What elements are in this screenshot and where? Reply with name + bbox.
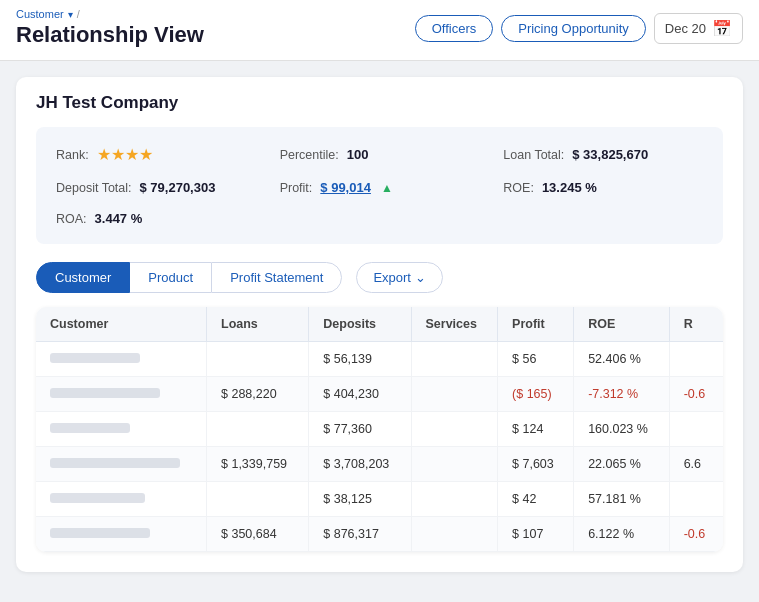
roa-row: ROA: 3.447 % (56, 207, 256, 230)
cell-services (411, 342, 498, 377)
cell-r (669, 342, 723, 377)
roa-label: ROA: (56, 212, 87, 226)
data-table-wrap: Customer Loans Deposits Services Profit … (36, 307, 723, 552)
cell-roe: 22.065 % (574, 447, 670, 482)
cell-profit: $ 107 (498, 517, 574, 552)
top-bar: Customer ▾ / Relationship View Officers … (0, 0, 759, 61)
cell-roe: 57.181 % (574, 482, 670, 517)
tabs-row: Customer Product Profit Statement Export… (36, 262, 723, 293)
col-deposits: Deposits (309, 307, 411, 342)
cell-roe: 160.023 % (574, 412, 670, 447)
company-card: JH Test Company Rank: ★★★★ Percentile: 1… (16, 77, 743, 572)
cell-r cell-negative: -0.6 (669, 377, 723, 412)
deposit-total-value: $ 79,270,303 (140, 180, 216, 195)
cell-profit: $ 7,603 (498, 447, 574, 482)
cell-loans (207, 412, 309, 447)
cell-services (411, 412, 498, 447)
cell-customer (36, 447, 207, 482)
table-row[interactable]: $ 77,360 $ 124 160.023 % (36, 412, 723, 447)
col-customer: Customer (36, 307, 207, 342)
cell-loans (207, 342, 309, 377)
customer-table: Customer Loans Deposits Services Profit … (36, 307, 723, 552)
loan-total-label: Loan Total: (503, 148, 564, 162)
cell-customer (36, 482, 207, 517)
col-roe: ROE (574, 307, 670, 342)
main-content: JH Test Company Rank: ★★★★ Percentile: 1… (0, 61, 759, 588)
rank-row: Rank: ★★★★ (56, 141, 256, 168)
cell-deposits: $ 876,317 (309, 517, 411, 552)
cell-customer (36, 342, 207, 377)
cell-r: 6.6 (669, 447, 723, 482)
tab-customer[interactable]: Customer (36, 262, 130, 293)
breadcrumb-caret: ▾ (68, 9, 73, 20)
cell-deposits: $ 56,139 (309, 342, 411, 377)
date-badge[interactable]: Dec 20 📅 (654, 13, 743, 44)
cell-customer (36, 517, 207, 552)
roe-label: ROE: (503, 181, 534, 195)
cell-roe: 6.122 % (574, 517, 670, 552)
tab-product[interactable]: Product (130, 262, 211, 293)
cell-profit: $ 56 (498, 342, 574, 377)
col-loans: Loans (207, 307, 309, 342)
profit-row: Profit: $ 99,014 ▲ (280, 176, 480, 199)
cell-deposits: $ 3,708,203 (309, 447, 411, 482)
deposit-total-label: Deposit Total: (56, 181, 132, 195)
percentile-row: Percentile: 100 (280, 141, 480, 168)
breadcrumb-customer[interactable]: Customer (16, 8, 64, 20)
cell-deposits: $ 404,230 (309, 377, 411, 412)
cell-loans: $ 288,220 (207, 377, 309, 412)
table-row[interactable]: $ 1,339,759 $ 3,708,203 $ 7,603 22.065 %… (36, 447, 723, 482)
cell-loans: $ 350,684 (207, 517, 309, 552)
roe-value: 13.245 % (542, 180, 597, 195)
cell-profit cell-negative: ($ 165) (498, 377, 574, 412)
table-header-row: Customer Loans Deposits Services Profit … (36, 307, 723, 342)
deposit-total-row: Deposit Total: $ 79,270,303 (56, 176, 256, 199)
rank-label: Rank: (56, 148, 89, 162)
top-actions: Officers Pricing Opportunity Dec 20 📅 (415, 13, 743, 48)
cell-loans: $ 1,339,759 (207, 447, 309, 482)
cell-deposits: $ 77,360 (309, 412, 411, 447)
cell-r (669, 482, 723, 517)
cell-r (669, 412, 723, 447)
cell-profit: $ 42 (498, 482, 574, 517)
cell-services (411, 447, 498, 482)
chevron-down-icon: ⌄ (415, 270, 426, 285)
profit-label: Profit: (280, 181, 313, 195)
roe-row: ROE: 13.245 % (503, 176, 703, 199)
table-row[interactable]: $ 288,220 $ 404,230 ($ 165) -7.312 % -0.… (36, 377, 723, 412)
officers-button[interactable]: Officers (415, 15, 494, 42)
cell-customer (36, 377, 207, 412)
table-row[interactable]: $ 350,684 $ 876,317 $ 107 6.122 % -0.6 (36, 517, 723, 552)
loan-total-value: $ 33,825,670 (572, 147, 648, 162)
profit-up-arrow: ▲ (381, 181, 393, 195)
col-services: Services (411, 307, 498, 342)
percentile-value: 100 (347, 147, 369, 162)
loan-total-row: Loan Total: $ 33,825,670 (503, 141, 703, 168)
cell-roe: 52.406 % (574, 342, 670, 377)
export-button[interactable]: Export ⌄ (356, 262, 443, 293)
pricing-opportunity-button[interactable]: Pricing Opportunity (501, 15, 646, 42)
breadcrumb: Customer ▾ / (16, 8, 204, 20)
roa-value: 3.447 % (95, 211, 143, 226)
cell-customer (36, 412, 207, 447)
cell-profit: $ 124 (498, 412, 574, 447)
cell-services (411, 482, 498, 517)
company-name: JH Test Company (36, 93, 723, 113)
col-profit: Profit (498, 307, 574, 342)
calendar-icon[interactable]: 📅 (712, 19, 732, 38)
table-row[interactable]: $ 38,125 $ 42 57.181 % (36, 482, 723, 517)
date-label: Dec 20 (665, 21, 706, 36)
cell-loans (207, 482, 309, 517)
profit-value[interactable]: $ 99,014 (320, 180, 371, 195)
page-title: Relationship View (16, 22, 204, 48)
rank-stars: ★★★★ (97, 145, 153, 164)
tab-profit-statement[interactable]: Profit Statement (211, 262, 342, 293)
export-label: Export (373, 270, 411, 285)
cell-roe cell-negative: -7.312 % (574, 377, 670, 412)
cell-services (411, 517, 498, 552)
cell-r cell-negative: -0.6 (669, 517, 723, 552)
col-r: R (669, 307, 723, 342)
breadcrumb-sep: / (77, 8, 80, 20)
cell-services (411, 377, 498, 412)
table-row[interactable]: $ 56,139 $ 56 52.406 % (36, 342, 723, 377)
